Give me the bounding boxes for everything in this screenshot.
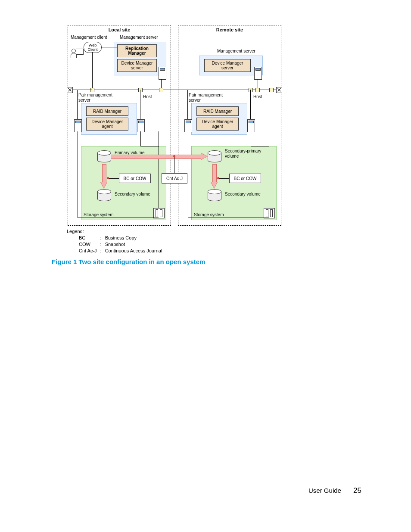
pair-mgmt-label-remote: Pair management server xyxy=(189,93,223,103)
two-site-diagram: Local site Management client Management … xyxy=(68,25,283,225)
node-icon xyxy=(255,88,260,92)
cylinder-icon xyxy=(97,189,110,202)
secondary-volume-label-local: Secondary volume xyxy=(115,192,150,197)
server-icon xyxy=(159,67,166,80)
server-icon xyxy=(137,119,145,132)
node-icon xyxy=(269,88,274,92)
legend-row: BC : Business Copy xyxy=(77,235,164,241)
storage-system-label-local: Storage system xyxy=(84,212,113,218)
storage-icon xyxy=(153,208,165,218)
replication-manager: Replication Manager xyxy=(117,44,157,57)
server-icon xyxy=(74,119,82,132)
cnt-ac-j-box: Cnt Ac-J xyxy=(162,173,187,184)
web-client: Web Client xyxy=(84,42,102,53)
secondary-volume-label-remote: Secondary volume xyxy=(225,192,261,197)
cylinder-icon xyxy=(208,150,221,163)
mgmt-server-label: Management server xyxy=(120,35,158,40)
local-site-title: Local site xyxy=(68,27,171,32)
switch-icon xyxy=(276,87,282,93)
raid-manager-remote: RAID Manager xyxy=(196,106,239,116)
node-icon xyxy=(159,88,163,92)
device-manager-agent-local: Device Manager agent xyxy=(86,118,128,131)
secondary-primary-volume-label: Secondary-primary volume xyxy=(225,149,261,159)
arrow-down-local xyxy=(101,164,107,188)
storage-system-label-remote: Storage system xyxy=(194,212,224,218)
host-label-local: Host xyxy=(143,94,152,100)
server-icon xyxy=(247,119,255,132)
host-label-remote: Host xyxy=(253,94,262,100)
remote-site-boundary: Remote site Management server Device Man… xyxy=(178,25,281,226)
device-manager-server-remote: Device Manager server xyxy=(204,59,251,72)
mgmt-client-label: Management client xyxy=(71,35,107,40)
mgmt-server-label-remote: Management server xyxy=(217,49,255,54)
bc-or-cow-local: BC or COW xyxy=(119,174,151,183)
device-manager-agent-remote: Device Manager agent xyxy=(196,118,239,131)
cylinder-icon xyxy=(208,189,221,202)
pair-mgmt-label-local: Pair management server xyxy=(78,93,112,103)
legend-row: Cnt Ac-J : Continuous Access Journal xyxy=(77,248,164,254)
local-site-boundary: Local site Management client Management … xyxy=(68,25,171,226)
raid-manager-local: RAID Manager xyxy=(86,106,128,116)
footer-page: 25 xyxy=(353,486,361,495)
remote-site-title: Remote site xyxy=(178,27,281,32)
page-footer: User Guide 25 xyxy=(308,486,361,495)
server-icon xyxy=(184,119,192,132)
cylinder-icon xyxy=(97,150,110,163)
legend-table: BC : Business Copy COW : Snapshot Cnt Ac… xyxy=(77,235,164,254)
node-icon xyxy=(249,88,253,92)
arrow-down-remote xyxy=(211,164,217,188)
node-icon xyxy=(90,88,94,92)
arrow-primary-to-secondary-primary xyxy=(111,153,207,159)
device-manager-server-local: Device Manager server xyxy=(117,59,157,72)
bc-or-cow-remote: BC or COW xyxy=(229,174,261,183)
person-pc-icon xyxy=(71,49,84,58)
switch-icon xyxy=(67,87,73,93)
network-bus xyxy=(69,90,279,90)
server-icon xyxy=(254,67,262,80)
footer-doc: User Guide xyxy=(308,487,341,494)
figure-caption: Figure 1 Two site configuration in an op… xyxy=(52,258,205,265)
storage-icon xyxy=(264,208,275,218)
node-icon xyxy=(138,88,143,92)
legend-heading: Legend: xyxy=(67,228,164,235)
legend: Legend: BC : Business Copy COW : Snapsho… xyxy=(67,228,164,254)
legend-row: COW : Snapshot xyxy=(77,241,164,248)
